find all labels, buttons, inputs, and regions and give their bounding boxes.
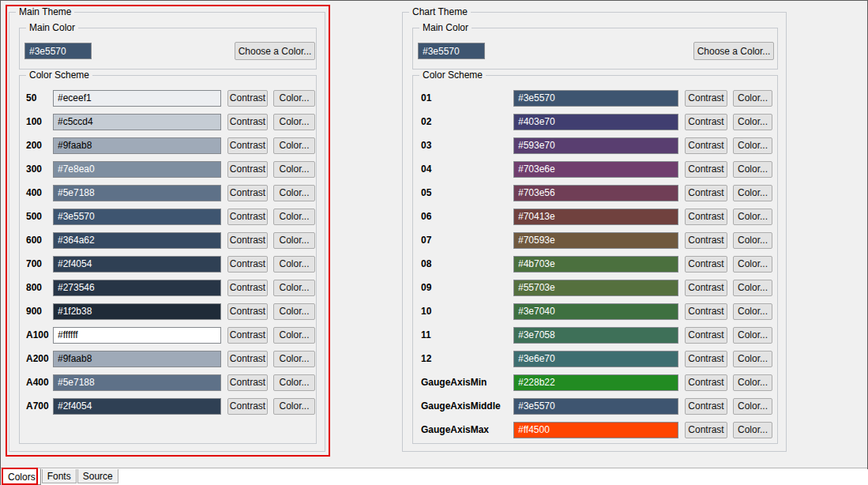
color-button[interactable]: Color... bbox=[273, 280, 315, 296]
main-color-label: Main Color bbox=[419, 22, 472, 34]
contrast-button[interactable]: Contrast bbox=[685, 303, 727, 320]
color-value-input[interactable] bbox=[513, 422, 678, 438]
color-value-input[interactable] bbox=[53, 90, 221, 107]
color-button[interactable]: Color... bbox=[733, 161, 772, 178]
color-button[interactable]: Color... bbox=[273, 161, 315, 178]
color-button[interactable]: Color... bbox=[273, 351, 315, 367]
contrast-button[interactable]: Contrast bbox=[227, 351, 268, 367]
color-button[interactable]: Color... bbox=[273, 137, 315, 154]
contrast-button[interactable]: Contrast bbox=[227, 303, 268, 320]
color-value-input[interactable] bbox=[53, 114, 221, 130]
color-button[interactable]: Color... bbox=[733, 422, 772, 438]
contrast-button[interactable]: Contrast bbox=[227, 90, 268, 107]
color-button[interactable]: Color... bbox=[733, 256, 772, 273]
color-button[interactable]: Color... bbox=[273, 114, 315, 130]
color-value-input[interactable] bbox=[53, 398, 221, 415]
contrast-button[interactable]: Contrast bbox=[227, 185, 268, 201]
contrast-button[interactable]: Contrast bbox=[685, 327, 727, 344]
tab-colors[interactable]: Colors bbox=[2, 468, 41, 485]
contrast-button[interactable]: Contrast bbox=[685, 374, 727, 391]
color-value-input[interactable] bbox=[513, 374, 678, 391]
color-value-input[interactable] bbox=[513, 351, 678, 367]
color-value-input[interactable] bbox=[513, 256, 678, 273]
color-button[interactable]: Color... bbox=[733, 374, 772, 391]
contrast-button[interactable]: Contrast bbox=[685, 351, 727, 367]
color-value-input[interactable] bbox=[513, 90, 678, 107]
contrast-button[interactable]: Contrast bbox=[685, 232, 727, 249]
color-value-input[interactable] bbox=[513, 303, 678, 320]
color-value-input[interactable] bbox=[53, 351, 221, 367]
color-button[interactable]: Color... bbox=[733, 185, 772, 201]
color-button[interactable]: Color... bbox=[733, 351, 772, 367]
contrast-button[interactable]: Contrast bbox=[685, 280, 727, 296]
contrast-button[interactable]: Contrast bbox=[685, 137, 727, 154]
chart-theme-group: Chart Theme Main Color Choose a Color...… bbox=[402, 12, 787, 452]
color-value-input[interactable] bbox=[513, 161, 678, 178]
color-value-input[interactable] bbox=[513, 398, 678, 415]
color-button[interactable]: Color... bbox=[273, 232, 315, 249]
contrast-button[interactable]: Contrast bbox=[685, 114, 727, 130]
main-color-input[interactable] bbox=[418, 43, 485, 59]
tab-source[interactable]: Source bbox=[77, 469, 118, 483]
contrast-button[interactable]: Contrast bbox=[685, 256, 727, 273]
color-button[interactable]: Color... bbox=[733, 209, 772, 225]
contrast-button[interactable]: Contrast bbox=[227, 114, 268, 130]
choose-color-button[interactable]: Choose a Color... bbox=[693, 42, 774, 60]
color-scheme-group: Color Scheme 01 Contrast Color... 02 bbox=[412, 75, 778, 444]
color-value-input[interactable] bbox=[53, 232, 221, 249]
color-value-input[interactable] bbox=[513, 327, 678, 344]
contrast-button[interactable]: Contrast bbox=[685, 161, 727, 178]
color-button[interactable]: Color... bbox=[733, 280, 772, 296]
contrast-button[interactable]: Contrast bbox=[227, 161, 268, 178]
color-button[interactable]: Color... bbox=[273, 303, 315, 320]
contrast-button[interactable]: Contrast bbox=[685, 209, 727, 225]
color-button[interactable]: Color... bbox=[733, 114, 772, 130]
color-scheme-row-label: 02 bbox=[421, 116, 513, 127]
contrast-button[interactable]: Contrast bbox=[227, 327, 268, 344]
contrast-button[interactable]: Contrast bbox=[227, 398, 268, 415]
color-button[interactable]: Color... bbox=[273, 327, 315, 344]
contrast-button[interactable]: Contrast bbox=[685, 422, 727, 438]
color-value-input[interactable] bbox=[513, 114, 678, 130]
color-value-input[interactable] bbox=[53, 256, 221, 273]
contrast-button[interactable]: Contrast bbox=[685, 398, 727, 415]
contrast-button[interactable]: Contrast bbox=[227, 256, 268, 273]
contrast-button[interactable]: Contrast bbox=[685, 90, 727, 107]
color-button[interactable]: Color... bbox=[273, 256, 315, 273]
color-value-input[interactable] bbox=[53, 280, 221, 296]
contrast-button[interactable]: Contrast bbox=[685, 185, 727, 201]
contrast-button[interactable]: Contrast bbox=[227, 280, 268, 296]
color-value-input[interactable] bbox=[53, 185, 221, 201]
color-scheme-row-label: 01 bbox=[421, 92, 513, 103]
color-button[interactable]: Color... bbox=[733, 327, 772, 344]
contrast-button[interactable]: Contrast bbox=[227, 209, 268, 225]
color-button[interactable]: Color... bbox=[273, 90, 315, 107]
color-button[interactable]: Color... bbox=[733, 137, 772, 154]
color-button[interactable]: Color... bbox=[273, 185, 315, 201]
color-value-input[interactable] bbox=[53, 161, 221, 178]
color-button[interactable]: Color... bbox=[733, 398, 772, 415]
color-button[interactable]: Color... bbox=[273, 374, 315, 391]
color-button[interactable]: Color... bbox=[273, 398, 315, 415]
color-value-input[interactable] bbox=[513, 232, 678, 249]
contrast-button[interactable]: Contrast bbox=[227, 232, 268, 249]
color-scheme-row: GaugeAxisMiddle Contrast Color... bbox=[421, 394, 777, 418]
color-value-input[interactable] bbox=[513, 280, 678, 296]
color-value-input[interactable] bbox=[53, 327, 221, 344]
color-button[interactable]: Color... bbox=[733, 232, 772, 249]
color-button[interactable]: Color... bbox=[273, 209, 315, 225]
contrast-button[interactable]: Contrast bbox=[227, 374, 268, 391]
choose-color-button[interactable]: Choose a Color... bbox=[235, 42, 315, 60]
color-value-input[interactable] bbox=[53, 303, 221, 320]
tab-fonts[interactable]: Fonts bbox=[42, 469, 77, 483]
contrast-button[interactable]: Contrast bbox=[227, 137, 268, 154]
color-value-input[interactable] bbox=[513, 137, 678, 154]
color-button[interactable]: Color... bbox=[733, 303, 772, 320]
color-value-input[interactable] bbox=[513, 185, 678, 201]
main-color-input[interactable] bbox=[24, 43, 92, 59]
color-value-input[interactable] bbox=[513, 209, 678, 225]
color-button[interactable]: Color... bbox=[733, 90, 772, 107]
color-value-input[interactable] bbox=[53, 374, 221, 391]
color-value-input[interactable] bbox=[53, 137, 221, 154]
color-value-input[interactable] bbox=[53, 209, 221, 225]
